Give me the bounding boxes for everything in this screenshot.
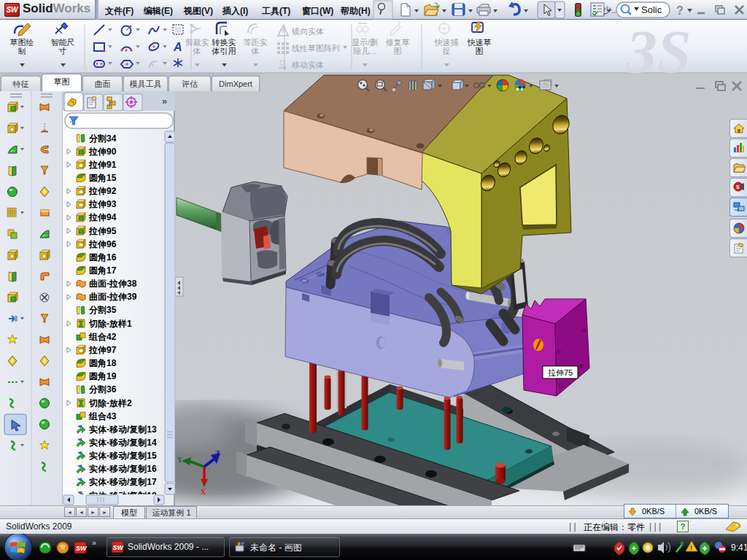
svg-text:拉伸91: 拉伸91 [88,160,117,170]
svg-text:!: ! [690,544,692,551]
svg-text:»: » [162,96,167,106]
svg-text:拉伸96: 拉伸96 [88,239,117,249]
svg-text:SW: SW [113,544,124,551]
svg-text:实体-移动/复制16: 实体-移动/复制16 [89,464,157,474]
svg-text:快速捕: 快速捕 [434,38,459,47]
svg-text:少..: 少.. [603,5,616,15]
svg-text:图: 图 [394,47,402,55]
svg-text:圆角16: 圆角16 [89,252,117,262]
svg-text:制: 制 [18,47,26,55]
svg-text:除几...: 除几... [353,47,376,55]
svg-text:快速草: 快速草 [467,38,492,47]
svg-text:9:41: 9:41 [731,542,747,553]
svg-text:实体-移动/复制17: 实体-移动/复制17 [89,477,157,487]
svg-text:圆角17: 圆角17 [89,265,117,276]
svg-text:拉伸92: 拉伸92 [88,186,117,196]
svg-text:Y: Y [177,456,183,464]
svg-text:图: 图 [476,47,484,55]
svg-text:分割36: 分割36 [88,384,117,394]
svg-text:组合43: 组合43 [88,411,117,421]
svg-text:»: » [92,538,96,547]
svg-text:实体-移动/复制14: 实体-移动/复制14 [89,438,157,448]
svg-text:组合42: 组合42 [88,332,117,342]
svg-text:体: 体 [193,47,201,55]
svg-text:显示/删: 显示/删 [352,38,378,47]
svg-text:?: ? [676,4,684,17]
svg-text:捉: 捉 [443,47,451,55]
svg-text:移动实体: 移动实体 [292,61,324,69]
svg-text:分割35: 分割35 [88,305,117,315]
svg-text:拉伸95: 拉伸95 [88,226,117,236]
svg-text:修复草: 修复草 [386,38,410,47]
svg-text:切除-放样1: 切除-放样1 [88,319,132,329]
svg-text:Z: Z [215,449,220,457]
svg-text:拉伸94: 拉伸94 [88,212,117,222]
svg-text:X: X [201,488,206,496]
svg-text:拉伸93: 拉伸93 [88,199,117,209]
svg-text:拉伸90: 拉伸90 [88,147,117,157]
svg-text:Solic: Solic [641,4,662,15]
svg-text:剪裁实: 剪裁实 [185,38,209,47]
svg-text:体: 体 [251,47,260,55]
svg-text:拉伸97: 拉伸97 [88,345,117,355]
svg-text:分割34: 分割34 [88,133,117,144]
svg-text:曲面-拉伸39: 曲面-拉伸39 [89,292,137,302]
svg-text:SW: SW [76,545,88,552]
svg-text:圆角19: 圆角19 [89,371,117,381]
svg-text:寸: 寸 [58,47,67,55]
svg-text:智能尺: 智能尺 [51,38,75,47]
svg-text:实体-移动/复制15: 实体-移动/复制15 [89,451,157,461]
svg-text:曲面-拉伸38: 曲面-拉伸38 [89,279,137,289]
svg-text:拉伸75: 拉伸75 [548,368,573,377]
svg-text:草图绘: 草图绘 [10,38,34,47]
svg-text:镜向实体: 镜向实体 [291,27,324,36]
svg-text:线性草图阵列: 线性草图阵列 [292,44,340,52]
svg-text:圆角18: 圆角18 [89,358,117,368]
svg-text:切除-放样2: 切除-放样2 [88,398,132,408]
svg-text:A: A [173,41,182,53]
svg-text:转换实: 转换实 [212,38,236,47]
svg-text:圆角15: 圆角15 [89,173,117,183]
svg-text:S: S [736,184,740,190]
svg-text:实体-移动/复制13: 实体-移动/复制13 [89,424,157,435]
svg-text:体引用: 体引用 [212,47,236,55]
svg-text:等距实: 等距实 [244,38,268,47]
